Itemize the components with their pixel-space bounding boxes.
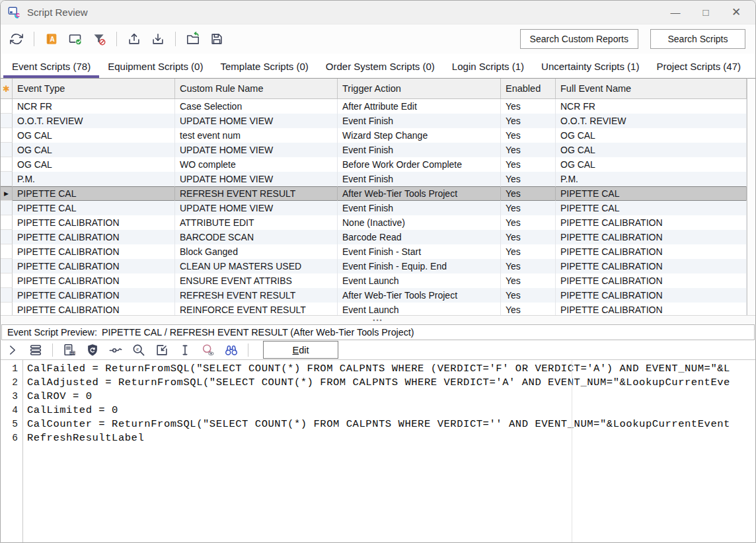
cell-full-event-name: PIPETTE CALIBRATION: [556, 273, 747, 288]
inspect-eye-icon[interactable]: [200, 342, 216, 358]
table-row[interactable]: PIPETTE CALIBRATION REINFORCE EVENT RESU…: [1, 303, 747, 315]
cell-event-type: NCR FR: [13, 99, 175, 114]
table-row[interactable]: PIPETTE CALIBRATION Block Ganged Event F…: [1, 244, 747, 259]
row-indicator: [1, 288, 13, 303]
cell-trigger-action: Event Finish: [338, 114, 501, 128]
table-row[interactable]: PIPETTE CALIBRATION REFRESH EVENT RESULT…: [1, 288, 747, 303]
line-number: 3: [1, 390, 22, 404]
line-number: 5: [1, 417, 22, 431]
script-review-window: c Script Review — □ ✕ A: [0, 0, 756, 543]
row-indicator: [1, 303, 13, 315]
column-header-enabled[interactable]: Enabled: [501, 79, 556, 98]
splitter-handle[interactable]: •••: [1, 315, 755, 324]
cell-trigger-action: Event Finish: [338, 201, 501, 215]
tab[interactable]: Login Scripts (1): [443, 55, 533, 78]
insert-box-icon[interactable]: [154, 342, 170, 358]
script-values-icon[interactable]: 123: [61, 342, 77, 358]
cell-enabled: Yes: [501, 273, 556, 288]
find-binoculars-icon[interactable]: [223, 342, 239, 358]
run-icon[interactable]: [5, 342, 20, 358]
cell-trigger-action: Event Finish - Start: [338, 244, 501, 259]
cell-enabled: Yes: [501, 143, 556, 157]
text-cursor-icon[interactable]: [177, 342, 193, 358]
cell-custom-rule-name: test event num: [175, 128, 338, 143]
cell-full-event-name: PIPETTE CALIBRATION: [556, 230, 747, 244]
zoom-expression-icon[interactable]: e: [131, 342, 147, 358]
refresh-icon[interactable]: [9, 31, 24, 47]
column-header-full-event-name[interactable]: Full Event Name: [556, 79, 747, 98]
minimize-button[interactable]: —: [660, 1, 691, 24]
tab-label: Login Scripts (1): [452, 61, 524, 72]
tab[interactable]: Equipment Scripts (0): [99, 55, 211, 78]
line-number: 6: [1, 431, 22, 445]
shield-refresh-icon[interactable]: [85, 342, 100, 358]
tab-bar: Event Scripts (78)Equipment Scripts (0)T…: [1, 54, 755, 78]
tab[interactable]: Order System Scripts (0): [317, 55, 443, 78]
row-indicator-header: ✱: [1, 79, 13, 98]
table-row[interactable]: PIPETTE CALIBRATION BARCODE SCAN Barcode…: [1, 230, 747, 244]
edit-button[interactable]: Edit: [263, 341, 338, 359]
import-icon[interactable]: [150, 31, 166, 47]
column-header-event-type[interactable]: Event Type: [13, 79, 175, 98]
table-row[interactable]: OG CAL test event num Wizard Step Change…: [1, 128, 747, 143]
signal-trace-icon[interactable]: [108, 342, 124, 358]
tab[interactable]: Preview Fix: [749, 55, 756, 78]
table-row[interactable]: OG CAL UPDATE HOME VIEW Event Finish Yes…: [1, 143, 747, 157]
line-number: 4: [1, 404, 22, 417]
column-header-custom-rule-name[interactable]: Custom Rule Name: [175, 79, 338, 98]
table-row[interactable]: NCR FR Case Selection After Attribute Ed…: [1, 99, 747, 114]
table-row[interactable]: PIPETTE CAL UPDATE HOME VIEW Event Finis…: [1, 201, 747, 215]
svg-text:123: 123: [70, 351, 75, 355]
table-row[interactable]: PIPETTE CALIBRATION CLEAN UP MASTERS USE…: [1, 259, 747, 273]
cell-trigger-action: After Web-Tier Tools Project: [338, 288, 501, 303]
stacked-rows-icon[interactable]: [28, 342, 44, 358]
preview-toolbar: 123 e: [1, 340, 755, 359]
toolbar-separator: [175, 32, 176, 46]
cell-event-type: OG CAL: [13, 157, 175, 172]
clear-filter-icon[interactable]: [91, 31, 107, 47]
cell-full-event-name: PIPETTE CALIBRATION: [556, 215, 747, 230]
cell-custom-rule-name: Case Selection: [175, 99, 338, 114]
cell-enabled: Yes: [501, 172, 556, 186]
cell-enabled: Yes: [501, 201, 556, 215]
validate-screen-icon[interactable]: [67, 31, 83, 47]
open-folder-icon[interactable]: [185, 31, 201, 47]
cell-enabled: Yes: [501, 303, 556, 315]
row-indicator: [1, 172, 13, 186]
svg-text:e: e: [136, 346, 139, 352]
line-number: 1: [1, 362, 22, 376]
tab[interactable]: Uncertainty Scripts (1): [533, 55, 648, 78]
tab-label: Equipment Scripts (0): [108, 61, 203, 72]
tab[interactable]: Event Scripts (78): [3, 55, 99, 78]
table-row[interactable]: O.O.T. REVIEW UPDATE HOME VIEW Event Fin…: [1, 114, 747, 128]
export-icon[interactable]: [126, 31, 142, 47]
table-row[interactable]: PIPETTE CALIBRATION ATTRIBUTE EDIT None …: [1, 215, 747, 230]
cell-custom-rule-name: REINFORCE EVENT RESULT: [175, 303, 338, 315]
close-button[interactable]: ✕: [721, 1, 751, 24]
tab[interactable]: Project Scripts (47): [648, 55, 749, 78]
editor-code[interactable]: CalFailed = ReturnFromSQL("SELECT COUNT(…: [23, 360, 755, 542]
table-row[interactable]: PIPETTE CALIBRATION ENSURE EVENT ATTRIBS…: [1, 273, 747, 288]
table-row[interactable]: OG CAL WO complete Before Work Order Com…: [1, 157, 747, 172]
search-scripts-button[interactable]: Search Scripts: [650, 29, 745, 49]
cell-event-type: PIPETTE CALIBRATION: [13, 273, 175, 288]
table-row[interactable]: P.M. UPDATE HOME VIEW Event Finish Yes P…: [1, 172, 747, 186]
cell-full-event-name: O.O.T. REVIEW: [556, 114, 747, 128]
save-icon[interactable]: [209, 31, 225, 47]
cell-custom-rule-name: ENSURE EVENT ATTRIBS: [175, 273, 338, 288]
table-row[interactable]: ▶ PIPETTE CAL REFRESH EVENT RESULT After…: [1, 186, 747, 201]
toolbar-separator: [248, 344, 248, 357]
cell-enabled: Yes: [501, 186, 556, 201]
cell-custom-rule-name: BARCODE SCAN: [175, 230, 338, 244]
cell-full-event-name: PIPETTE CALIBRATION: [556, 259, 747, 273]
tab[interactable]: Template Scripts (0): [211, 55, 317, 78]
cell-trigger-action: Event Finish: [338, 143, 501, 157]
row-indicator: [1, 244, 13, 259]
search-custom-reports-button[interactable]: Search Custom Reports: [520, 29, 638, 49]
maximize-button[interactable]: □: [691, 1, 721, 24]
attribute-book-icon[interactable]: A: [44, 31, 59, 47]
cell-trigger-action: Before Work Order Complete: [338, 157, 501, 172]
cell-trigger-action: After Web-Tier Tools Project: [338, 186, 501, 201]
column-header-trigger-action[interactable]: Trigger Action: [338, 79, 501, 98]
cell-trigger-action: None (Inactive): [338, 215, 501, 230]
